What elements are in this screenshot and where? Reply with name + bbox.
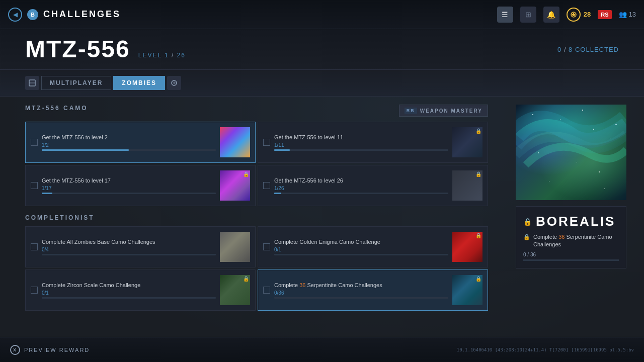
challenge-checkbox <box>31 287 38 294</box>
rb-label: RB <box>405 108 417 114</box>
challenge-label: Complete All Zombies Base Camo Challenge… <box>42 239 216 245</box>
bell-icon-button[interactable]: 🔔 <box>543 7 559 23</box>
lock-icon: 🔒 <box>475 233 481 238</box>
challenge-label: Get the MTZ-556 to level 26 <box>274 177 448 184</box>
menu-icon-button[interactable]: ☰ <box>497 7 513 23</box>
challenge-thumb: 🔒 <box>452 275 482 305</box>
challenge-progress: 1/17 <box>42 186 216 191</box>
rs-badge: RS <box>598 10 611 19</box>
challenge-checkbox <box>263 287 270 294</box>
debug-info: 10.1.16406410 [43:208:10(24+11.4) T[7200… <box>457 347 634 352</box>
aurora-svg <box>516 105 626 200</box>
weapon-mastery-label: WEAPON MASTERY <box>420 108 482 114</box>
progress-bar-bg <box>274 149 448 151</box>
main-content: MTZ-556 CAMO RB WEAPON MASTERY Get the M… <box>0 97 644 362</box>
borealis-title-row: 🔒 BOREALIS <box>523 214 619 229</box>
challenge-label: Complete Zircon Scale Camo Challenge <box>42 282 216 288</box>
players-badge: 👥 13 <box>619 11 636 18</box>
weapon-mastery-button[interactable]: RB WEAPON MASTERY <box>399 105 488 117</box>
challenge-item[interactable]: Complete Golden Enigma Camo Challenge 0/… <box>258 226 488 267</box>
challenge-progress: 0/4 <box>42 247 216 252</box>
xp-circle <box>567 8 581 22</box>
tab-zombies[interactable]: ZOMBIES <box>113 76 165 90</box>
borealis-challenge-lock: 🔒 <box>523 234 530 240</box>
tab-icon-left[interactable] <box>25 76 39 90</box>
challenge-checkbox <box>31 139 38 146</box>
challenge-item[interactable]: Complete Zircon Scale Camo Challenge 0/1… <box>25 269 256 311</box>
challenge-text: Get the MTZ-556 to level 17 1/17 <box>42 177 216 194</box>
challenge-label: Get the MTZ-556 to level 17 <box>42 177 216 184</box>
tabs-bar: MULTIPLAYER ZOMBIES <box>0 70 644 97</box>
challenge-checkbox <box>263 182 270 189</box>
preview-reward-label: PREVIEW REWARD <box>24 347 90 353</box>
challenge-progress: 0/1 <box>42 290 216 296</box>
borealis-challenge-text: Complete 36 Serpentinite Camo Challenges <box>533 233 619 249</box>
challenge-label: Get the MTZ-556 to level 11 <box>274 134 448 140</box>
challenge-label: Complete Golden Enigma Camo Challenge <box>274 239 448 245</box>
challenge-thumb: 🔒 <box>220 275 250 305</box>
challenge-thumb <box>220 127 250 157</box>
borealis-challenge-row: 🔒 Complete 36 Serpentinite Camo Challeng… <box>523 233 619 249</box>
progress-bar-bg <box>274 193 448 194</box>
header-right: ☰ ⊞ 🔔 28 RS 👥 13 <box>497 7 636 23</box>
challenge-item[interactable]: Get the MTZ-556 to level 2 1/2 <box>25 122 256 163</box>
progress-bar-bg <box>274 254 448 255</box>
challenge-checkbox <box>263 139 270 146</box>
footer: X PREVIEW REWARD 10.1.16406410 [43:208:1… <box>0 337 644 362</box>
completionist-section-title: COMPLETIONIST <box>25 214 488 221</box>
header: ◀ B CHALLENGES ☰ ⊞ 🔔 28 RS 👥 13 <box>0 0 644 29</box>
challenge-item[interactable]: Complete 36 Serpentinite Camo Challenges… <box>258 269 488 311</box>
footer-left: X PREVIEW REWARD <box>10 345 90 355</box>
challenge-text: Get the MTZ-556 to level 11 1/11 <box>274 134 448 151</box>
challenge-label: Get the MTZ-556 to level 2 <box>42 134 216 140</box>
progress-bar-bg <box>42 193 216 194</box>
challenge-item[interactable]: Get the MTZ-556 to level 17 1/17 🔒 <box>25 165 256 206</box>
borealis-progress-bar <box>523 259 619 261</box>
thumb-stone <box>220 232 250 262</box>
challenge-progress: 1/26 <box>274 186 448 191</box>
challenge-text: Complete Golden Enigma Camo Challenge 0/… <box>274 239 448 255</box>
borealis-progress-text: 0 / 36 <box>523 252 619 257</box>
challenge-progress: 0/36 <box>274 290 448 296</box>
left-panel: MTZ-556 CAMO RB WEAPON MASTERY Get the M… <box>0 97 498 362</box>
base-challenges-grid: Get the MTZ-556 to level 2 1/2 Get the M… <box>25 122 488 206</box>
camo-section-header: MTZ-556 CAMO RB WEAPON MASTERY <box>25 105 488 117</box>
collected-info: 0 / 8 COLLECTED <box>557 46 619 53</box>
challenge-item[interactable]: Get the MTZ-556 to level 11 1/11 🔒 <box>258 122 488 163</box>
challenge-thumb: 🔒 <box>452 127 482 157</box>
xp-value: 28 <box>584 11 591 18</box>
camo-section-title: MTZ-556 CAMO <box>25 105 88 112</box>
challenge-thumb: 🔒 <box>220 170 250 201</box>
svg-marker-1 <box>572 13 576 17</box>
x-button[interactable]: X <box>10 345 20 355</box>
thumb-colorful <box>220 127 250 157</box>
back-button[interactable]: ◀ <box>8 8 22 22</box>
b-icon: B <box>27 9 38 20</box>
challenge-checkbox <box>31 243 38 250</box>
camo-background <box>516 105 626 200</box>
tab-multiplayer[interactable]: MULTIPLAYER <box>41 76 111 90</box>
challenge-item[interactable]: Complete All Zombies Base Camo Challenge… <box>25 226 256 267</box>
challenge-progress: 1/2 <box>42 142 216 148</box>
challenge-checkbox <box>31 182 38 189</box>
challenge-checkbox <box>263 243 270 250</box>
challenge-thumb <box>220 232 250 262</box>
menu-icon: ☰ <box>502 11 508 19</box>
challenge-text: Complete Zircon Scale Camo Challenge 0/1 <box>42 282 216 299</box>
borealis-lock-icon: 🔒 <box>523 218 532 226</box>
weapon-name-group: MTZ-556 LEVEL 1 / 26 <box>25 37 186 61</box>
completionist-grid: Complete All Zombies Base Camo Challenge… <box>25 226 488 311</box>
bell-icon: 🔔 <box>547 11 555 19</box>
progress-bar-fill <box>42 193 52 194</box>
lock-icon: 🔒 <box>475 128 481 134</box>
weapon-level: LEVEL 1 / 26 <box>138 52 186 59</box>
header-title: CHALLENGES <box>43 9 121 20</box>
progress-bar-bg <box>42 254 216 255</box>
tab-icon-right[interactable] <box>167 76 181 90</box>
challenge-item[interactable]: Get the MTZ-556 to level 26 1/26 🔒 <box>258 165 488 206</box>
grid-icon-button[interactable]: ⊞ <box>520 7 536 23</box>
header-left: ◀ B CHALLENGES <box>8 8 121 22</box>
lock-icon: 🔒 <box>243 171 249 177</box>
challenge-label: Complete 36 Serpentinite Camo Challenges <box>274 282 448 288</box>
players-icon: 👥 <box>619 11 627 18</box>
